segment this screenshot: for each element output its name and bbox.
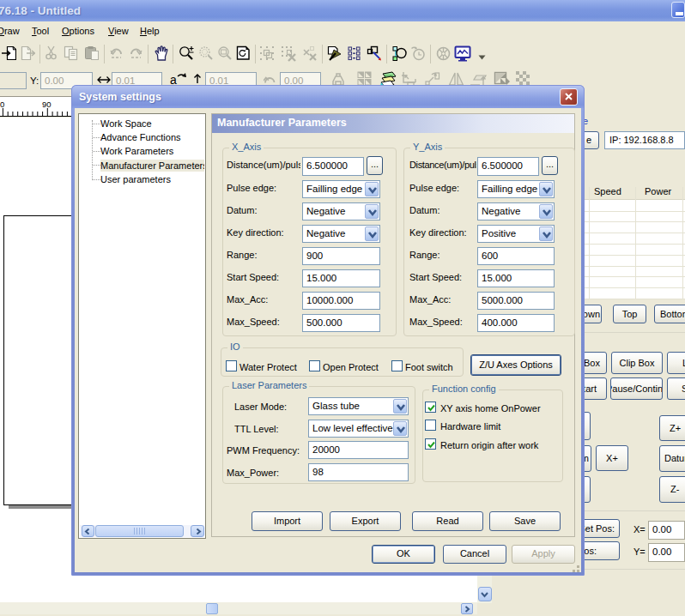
svg-text:90: 90 (42, 100, 52, 109)
svg-text:0: 0 (0, 100, 4, 109)
